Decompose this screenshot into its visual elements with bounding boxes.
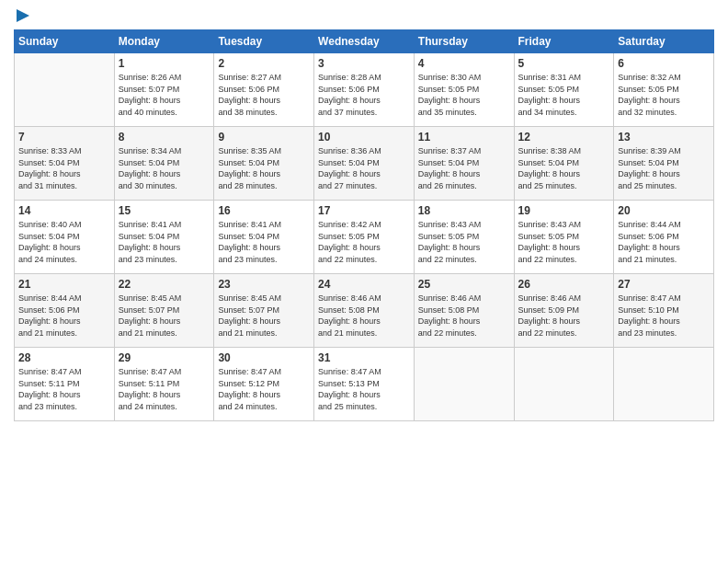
day-number: 24 [318, 278, 410, 291]
day-number: 27 [618, 278, 710, 291]
day-number: 20 [618, 204, 710, 217]
day-number: 3 [318, 57, 410, 70]
calendar-week-3: 14Sunrise: 8:40 AM Sunset: 5:04 PM Dayli… [15, 201, 714, 274]
weekday-header-wednesday: Wednesday [314, 30, 415, 53]
calendar-cell: 29Sunrise: 8:47 AM Sunset: 5:11 PM Dayli… [114, 348, 214, 421]
day-info: Sunrise: 8:43 AM Sunset: 5:05 PM Dayligh… [418, 219, 510, 265]
weekday-header-monday: Monday [114, 30, 214, 53]
calendar-week-1: 1Sunrise: 8:26 AM Sunset: 5:07 PM Daylig… [15, 53, 714, 127]
day-info: Sunrise: 8:45 AM Sunset: 5:07 PM Dayligh… [218, 293, 310, 339]
calendar-cell [414, 348, 514, 421]
logo-arrow-icon [17, 9, 29, 22]
day-number: 15 [119, 204, 210, 217]
day-info: Sunrise: 8:47 AM Sunset: 5:12 PM Dayligh… [218, 366, 310, 412]
calendar-cell: 25Sunrise: 8:46 AM Sunset: 5:08 PM Dayli… [414, 274, 514, 348]
calendar-cell: 13Sunrise: 8:39 AM Sunset: 5:04 PM Dayli… [614, 127, 714, 201]
day-info: Sunrise: 8:43 AM Sunset: 5:05 PM Dayligh… [518, 219, 610, 265]
day-number: 13 [618, 131, 710, 144]
day-number: 31 [318, 351, 410, 364]
calendar-cell: 5Sunrise: 8:31 AM Sunset: 5:05 PM Daylig… [514, 53, 614, 127]
day-info: Sunrise: 8:46 AM Sunset: 5:08 PM Dayligh… [418, 293, 510, 339]
calendar-cell: 7Sunrise: 8:33 AM Sunset: 5:04 PM Daylig… [15, 127, 115, 201]
calendar-cell: 17Sunrise: 8:42 AM Sunset: 5:05 PM Dayli… [314, 201, 415, 274]
day-info: Sunrise: 8:45 AM Sunset: 5:07 PM Dayligh… [119, 293, 210, 339]
day-info: Sunrise: 8:26 AM Sunset: 5:07 PM Dayligh… [119, 72, 210, 118]
day-info: Sunrise: 8:39 AM Sunset: 5:04 PM Dayligh… [618, 145, 710, 191]
day-number: 10 [318, 131, 410, 144]
calendar-cell: 3Sunrise: 8:28 AM Sunset: 5:06 PM Daylig… [314, 53, 415, 127]
day-info: Sunrise: 8:46 AM Sunset: 5:09 PM Dayligh… [518, 293, 610, 339]
day-info: Sunrise: 8:44 AM Sunset: 5:06 PM Dayligh… [18, 293, 110, 339]
calendar-cell: 19Sunrise: 8:43 AM Sunset: 5:05 PM Dayli… [514, 201, 614, 274]
calendar-cell: 27Sunrise: 8:47 AM Sunset: 5:10 PM Dayli… [614, 274, 714, 348]
calendar-cell: 16Sunrise: 8:41 AM Sunset: 5:04 PM Dayli… [214, 201, 314, 274]
day-number: 17 [318, 204, 410, 217]
day-info: Sunrise: 8:40 AM Sunset: 5:04 PM Dayligh… [18, 219, 110, 265]
weekday-header-saturday: Saturday [614, 30, 714, 53]
calendar-cell: 28Sunrise: 8:47 AM Sunset: 5:11 PM Dayli… [15, 348, 115, 421]
day-info: Sunrise: 8:41 AM Sunset: 5:04 PM Dayligh… [119, 219, 210, 265]
calendar-cell: 8Sunrise: 8:34 AM Sunset: 5:04 PM Daylig… [114, 127, 214, 201]
calendar-week-2: 7Sunrise: 8:33 AM Sunset: 5:04 PM Daylig… [15, 127, 714, 201]
day-info: Sunrise: 8:32 AM Sunset: 5:05 PM Dayligh… [618, 72, 710, 118]
day-number: 12 [518, 131, 610, 144]
day-info: Sunrise: 8:44 AM Sunset: 5:06 PM Dayligh… [618, 219, 710, 265]
calendar-cell: 22Sunrise: 8:45 AM Sunset: 5:07 PM Dayli… [114, 274, 214, 348]
day-info: Sunrise: 8:37 AM Sunset: 5:04 PM Dayligh… [418, 145, 510, 191]
calendar-week-4: 21Sunrise: 8:44 AM Sunset: 5:06 PM Dayli… [15, 274, 714, 348]
calendar-cell: 31Sunrise: 8:47 AM Sunset: 5:13 PM Dayli… [314, 348, 415, 421]
calendar-cell: 11Sunrise: 8:37 AM Sunset: 5:04 PM Dayli… [414, 127, 514, 201]
day-number: 14 [18, 204, 110, 217]
day-info: Sunrise: 8:41 AM Sunset: 5:04 PM Dayligh… [218, 219, 310, 265]
logo [14, 9, 29, 22]
calendar-cell: 4Sunrise: 8:30 AM Sunset: 5:05 PM Daylig… [414, 53, 514, 127]
day-info: Sunrise: 8:47 AM Sunset: 5:10 PM Dayligh… [618, 293, 710, 339]
calendar-cell [614, 348, 714, 421]
day-number: 22 [119, 278, 210, 291]
day-number: 7 [18, 131, 110, 144]
logo-line2 [14, 9, 29, 22]
day-number: 4 [418, 57, 510, 70]
day-number: 5 [518, 57, 610, 70]
day-number: 28 [18, 351, 110, 364]
calendar-week-5: 28Sunrise: 8:47 AM Sunset: 5:11 PM Dayli… [15, 348, 714, 421]
calendar-cell: 21Sunrise: 8:44 AM Sunset: 5:06 PM Dayli… [15, 274, 115, 348]
calendar-cell: 9Sunrise: 8:35 AM Sunset: 5:04 PM Daylig… [214, 127, 314, 201]
day-info: Sunrise: 8:46 AM Sunset: 5:08 PM Dayligh… [318, 293, 410, 339]
calendar-cell: 6Sunrise: 8:32 AM Sunset: 5:05 PM Daylig… [614, 53, 714, 127]
day-info: Sunrise: 8:47 AM Sunset: 5:11 PM Dayligh… [18, 366, 110, 412]
day-number: 6 [618, 57, 710, 70]
header [14, 9, 714, 22]
calendar-cell: 12Sunrise: 8:38 AM Sunset: 5:04 PM Dayli… [514, 127, 614, 201]
calendar-cell: 20Sunrise: 8:44 AM Sunset: 5:06 PM Dayli… [614, 201, 714, 274]
day-number: 11 [418, 131, 510, 144]
day-number: 26 [518, 278, 610, 291]
day-number: 1 [119, 57, 210, 70]
day-info: Sunrise: 8:30 AM Sunset: 5:05 PM Dayligh… [418, 72, 510, 118]
calendar-cell: 23Sunrise: 8:45 AM Sunset: 5:07 PM Dayli… [214, 274, 314, 348]
day-number: 8 [119, 131, 210, 144]
day-number: 30 [218, 351, 310, 364]
day-number: 29 [119, 351, 210, 364]
calendar-cell: 24Sunrise: 8:46 AM Sunset: 5:08 PM Dayli… [314, 274, 415, 348]
weekday-header-thursday: Thursday [414, 30, 514, 53]
day-number: 16 [218, 204, 310, 217]
day-info: Sunrise: 8:35 AM Sunset: 5:04 PM Dayligh… [218, 145, 310, 191]
day-number: 19 [518, 204, 610, 217]
page-container: SundayMondayTuesdayWednesdayThursdayFrid… [0, 0, 728, 431]
calendar-cell [514, 348, 614, 421]
day-info: Sunrise: 8:31 AM Sunset: 5:05 PM Dayligh… [518, 72, 610, 118]
calendar-cell: 18Sunrise: 8:43 AM Sunset: 5:05 PM Dayli… [414, 201, 514, 274]
day-number: 18 [418, 204, 510, 217]
calendar-cell: 10Sunrise: 8:36 AM Sunset: 5:04 PM Dayli… [314, 127, 415, 201]
day-info: Sunrise: 8:36 AM Sunset: 5:04 PM Dayligh… [318, 145, 410, 191]
day-info: Sunrise: 8:38 AM Sunset: 5:04 PM Dayligh… [518, 145, 610, 191]
calendar-cell: 26Sunrise: 8:46 AM Sunset: 5:09 PM Dayli… [514, 274, 614, 348]
day-number: 9 [218, 131, 310, 144]
day-info: Sunrise: 8:47 AM Sunset: 5:11 PM Dayligh… [119, 366, 210, 412]
calendar-cell: 14Sunrise: 8:40 AM Sunset: 5:04 PM Dayli… [15, 201, 115, 274]
weekday-header-row: SundayMondayTuesdayWednesdayThursdayFrid… [15, 30, 714, 53]
calendar-table: SundayMondayTuesdayWednesdayThursdayFrid… [14, 29, 714, 421]
day-info: Sunrise: 8:42 AM Sunset: 5:05 PM Dayligh… [318, 219, 410, 265]
calendar-cell: 2Sunrise: 8:27 AM Sunset: 5:06 PM Daylig… [214, 53, 314, 127]
